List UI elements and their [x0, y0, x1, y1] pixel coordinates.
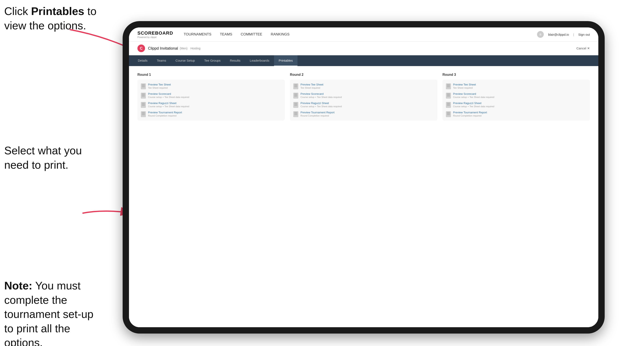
tournament-report-sub-r1: Round Completion required — [148, 114, 182, 117]
scoreboard-subtitle: Powered by clippd — [138, 36, 173, 38]
annotation-top: Click Printables to view the options. — [4, 4, 97, 33]
scorecard-label-r1[interactable]: Preview Scorecard — [148, 92, 189, 95]
round-1-tournament-report[interactable]: Preview Tournament Report Round Completi… — [141, 111, 282, 117]
scorecard-icon-r2 — [293, 93, 298, 99]
tournament-report-icon-r2 — [293, 111, 298, 117]
tournament-tag: (Men) — [180, 47, 188, 50]
tab-teams[interactable]: Teams — [152, 55, 171, 66]
tab-tee-groups[interactable]: Tee Groups — [200, 55, 226, 66]
tee-sheet-sub-r2: Tee Sheet required — [300, 87, 323, 89]
round-3-scorecard[interactable]: Preview Scorecard Course setup + Tee She… — [446, 92, 586, 99]
round-1-tee-sheet[interactable]: Preview Tee Sheet Tee Sheet required — [141, 83, 282, 89]
round-1-raguzzi[interactable]: Preview Raguzzi Sheet Course setup + Tee… — [141, 102, 282, 108]
scorecard-icon-r3 — [446, 93, 451, 99]
tournament-report-sub-r2: Round Completion required — [300, 114, 334, 117]
scorecard-text-r2: Preview Scorecard Course setup + Tee She… — [300, 92, 342, 98]
nav-teams[interactable]: TEAMS — [220, 31, 232, 37]
scorecard-sub-r1: Course setup + Tee Sheet data required — [148, 96, 189, 98]
raguzzi-label-r3[interactable]: Preview Raguzzi Sheet — [453, 102, 494, 105]
tab-results[interactable]: Results — [225, 55, 245, 66]
round-1-scorecard[interactable]: Preview Scorecard Course setup + Tee She… — [141, 92, 282, 99]
raguzzi-text-r1: Preview Raguzzi Sheet Course setup + Tee… — [148, 102, 189, 108]
tee-sheet-label-r2[interactable]: Preview Tee Sheet — [300, 83, 323, 86]
user-email: blair@clippd.io — [548, 33, 569, 36]
round-1-section: Round 1 Preview Tee Sheet Tee Sheet requ… — [138, 73, 285, 121]
nav-committee[interactable]: COMMITTEE — [240, 31, 262, 37]
top-nav-links: TOURNAMENTS TEAMS COMMITTEE RANKINGS — [184, 31, 537, 37]
raguzzi-icon-r1 — [141, 102, 146, 108]
round-2-tournament-report[interactable]: Preview Tournament Report Round Completi… — [293, 111, 434, 117]
round-1-title: Round 1 — [138, 73, 285, 77]
tournament-header: C Clippd Invitational (Men) Hosting Canc… — [129, 42, 598, 55]
sign-out-link[interactable]: Sign out — [578, 33, 590, 36]
round-2-title: Round 2 — [290, 73, 437, 77]
raguzzi-label-r2[interactable]: Preview Raguzzi Sheet — [300, 102, 342, 105]
round-2-card: Preview Tee Sheet Tee Sheet required Pre… — [290, 80, 437, 121]
nav-rankings[interactable]: RANKINGS — [270, 31, 290, 37]
tournament-report-label-r3[interactable]: Preview Tournament Report — [453, 111, 487, 114]
tee-sheet-label-r1[interactable]: Preview Tee Sheet — [148, 83, 171, 86]
raguzzi-icon-r3 — [446, 102, 451, 108]
tournament-report-label-r2[interactable]: Preview Tournament Report — [300, 111, 334, 114]
user-avatar: B — [537, 31, 544, 38]
tab-bar: Details Teams Course Setup Tee Groups Re… — [129, 55, 598, 66]
raguzzi-sub-r3: Course setup + Tee Sheet data required — [453, 105, 494, 108]
annotation-middle-text: Select what you need to print. — [4, 144, 82, 171]
tee-sheet-text-r3: Preview Tee Sheet Tee Sheet required — [453, 83, 476, 89]
scorecard-sub-r2: Course setup + Tee Sheet data required — [300, 96, 342, 98]
round-3-card: Preview Tee Sheet Tee Sheet required Pre… — [442, 80, 590, 121]
scorecard-text-r1: Preview Scorecard Course setup + Tee She… — [148, 92, 189, 98]
scorecard-label-r3[interactable]: Preview Scorecard — [453, 92, 494, 95]
round-3-raguzzi[interactable]: Preview Raguzzi Sheet Course setup + Tee… — [446, 102, 586, 108]
tournament-report-sub-r3: Round Completion required — [453, 114, 487, 117]
cancel-button[interactable]: Cancel ✕ — [576, 46, 590, 50]
tab-printables[interactable]: Printables — [274, 55, 298, 66]
rounds-grid: Round 1 Preview Tee Sheet Tee Sheet requ… — [138, 73, 590, 121]
tablet-screen: SCOREBOARD Powered by clippd TOURNAMENTS… — [129, 27, 598, 327]
raguzzi-sub-r2: Course setup + Tee Sheet data required — [300, 105, 342, 108]
tournament-report-icon-r3 — [446, 111, 451, 117]
tee-sheet-label-r3[interactable]: Preview Tee Sheet — [453, 83, 476, 86]
tab-leaderboards[interactable]: Leaderboards — [245, 55, 274, 66]
round-3-tournament-report[interactable]: Preview Tournament Report Round Completi… — [446, 111, 586, 117]
top-nav: SCOREBOARD Powered by clippd TOURNAMENTS… — [129, 27, 598, 42]
annotation-top-prefix: Click — [4, 5, 31, 17]
round-3-tee-sheet[interactable]: Preview Tee Sheet Tee Sheet required — [446, 83, 586, 89]
tournament-report-text-r2: Preview Tournament Report Round Completi… — [300, 111, 334, 117]
tee-sheet-icon-r1 — [141, 83, 146, 89]
round-2-tee-sheet[interactable]: Preview Tee Sheet Tee Sheet required — [293, 83, 434, 89]
content-area: Round 1 Preview Tee Sheet Tee Sheet requ… — [129, 66, 598, 327]
tournament-report-label-r1[interactable]: Preview Tournament Report — [148, 111, 182, 114]
tournament-status: Hosting — [190, 47, 200, 50]
round-2-section: Round 2 Preview Tee Sheet Tee Sheet requ… — [290, 73, 437, 121]
tee-sheet-icon-r3 — [446, 83, 451, 89]
annotation-middle: Select what you need to print. — [4, 144, 97, 172]
scorecard-label-r2[interactable]: Preview Scorecard — [300, 92, 342, 95]
tournament-report-icon-r1 — [141, 111, 146, 117]
tournament-report-text-r1: Preview Tournament Report Round Completi… — [148, 111, 182, 117]
tee-sheet-icon-r2 — [293, 83, 298, 89]
round-2-scorecard[interactable]: Preview Scorecard Course setup + Tee She… — [293, 92, 434, 99]
tournament-name: Clippd Invitational — [148, 46, 178, 51]
annotation-top-bold: Printables — [31, 5, 84, 17]
tournament-logo: C — [138, 44, 145, 52]
raguzzi-sub-r1: Course setup + Tee Sheet data required — [148, 105, 189, 108]
tablet-frame: SCOREBOARD Powered by clippd TOURNAMENTS… — [123, 21, 605, 334]
round-3-title: Round 3 — [442, 73, 590, 77]
nav-tournaments[interactable]: TOURNAMENTS — [184, 31, 212, 37]
tee-sheet-text-r1: Preview Tee Sheet Tee Sheet required — [148, 83, 171, 89]
tee-sheet-sub-r3: Tee Sheet required — [453, 87, 476, 89]
app-content: SCOREBOARD Powered by clippd TOURNAMENTS… — [129, 27, 598, 327]
separator: | — [573, 33, 574, 36]
scorecard-text-r3: Preview Scorecard Course setup + Tee She… — [453, 92, 494, 98]
round-3-section: Round 3 Preview Tee Sheet Tee Sheet requ… — [442, 73, 590, 121]
annotation-bottom: Note: You must complete the tournament s… — [4, 279, 102, 346]
tournament-report-text-r3: Preview Tournament Report Round Completi… — [453, 111, 487, 117]
raguzzi-icon-r2 — [293, 102, 298, 108]
tab-details[interactable]: Details — [133, 55, 152, 66]
top-nav-right: B blair@clippd.io | Sign out — [537, 31, 590, 38]
round-2-raguzzi[interactable]: Preview Raguzzi Sheet Course setup + Tee… — [293, 102, 434, 108]
raguzzi-text-r3: Preview Raguzzi Sheet Course setup + Tee… — [453, 102, 494, 108]
tab-course-setup[interactable]: Course Setup — [171, 55, 200, 66]
raguzzi-label-r1[interactable]: Preview Raguzzi Sheet — [148, 102, 189, 105]
